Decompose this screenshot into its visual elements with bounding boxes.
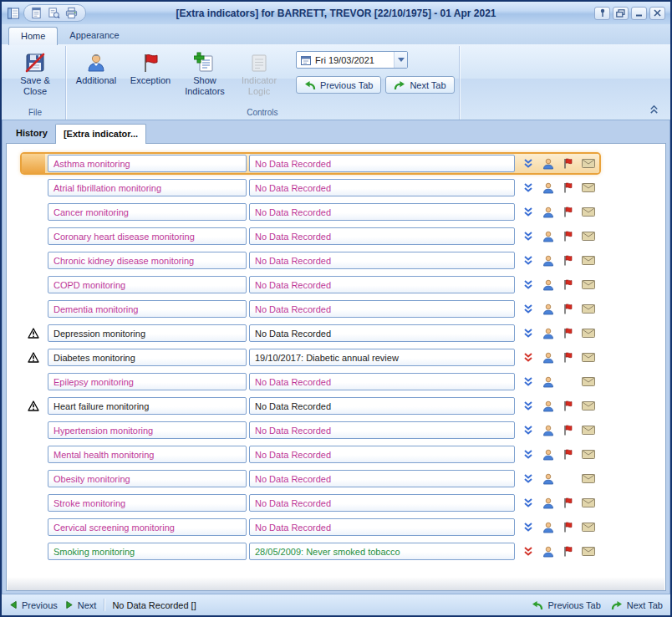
person-icon[interactable] [541, 207, 555, 218]
flag-icon[interactable] [561, 255, 575, 266]
expand-chevron-icon[interactable] [521, 279, 535, 290]
expand-chevron-icon[interactable] [521, 376, 535, 387]
expand-chevron-icon[interactable] [521, 207, 535, 217]
restore-icon[interactable] [613, 7, 629, 20]
previous-button[interactable]: Previous [9, 600, 58, 610]
indicator-value-cell[interactable]: 19/10/2017: Diabetic annual review [249, 349, 515, 366]
indicator-value-cell[interactable]: No Data Recorded [249, 324, 515, 342]
indicator-name-cell[interactable]: Depression monitoring [48, 324, 247, 342]
expand-chevron-icon[interactable] [521, 328, 535, 339]
report-icon[interactable] [30, 7, 43, 19]
mail-icon[interactable] [581, 159, 595, 168]
expand-chevron-icon[interactable] [521, 425, 535, 436]
indicator-value-cell[interactable]: No Data Recorded [249, 203, 515, 221]
indicator-name-cell[interactable]: Epilepsy monitoring [48, 373, 247, 390]
indicator-value-cell[interactable]: No Data Recorded [249, 252, 515, 269]
flag-icon[interactable] [561, 303, 575, 314]
indicator-name-cell[interactable]: Heart failure monitoring [48, 397, 247, 415]
indicator-name-cell[interactable]: Coronary heart disease monitoring [48, 227, 247, 245]
indicator-value-cell[interactable]: No Data Recorded [249, 421, 515, 439]
person-icon[interactable] [541, 158, 555, 170]
flag-icon[interactable] [561, 328, 575, 339]
mail-icon[interactable] [581, 280, 595, 289]
person-icon[interactable] [541, 497, 555, 509]
flag-icon[interactable] [561, 182, 575, 193]
mail-icon[interactable] [581, 474, 595, 483]
indicator-name-cell[interactable]: Hypertension monitoring [48, 421, 247, 439]
indicator-value-cell[interactable]: No Data Recorded [249, 518, 515, 536]
person-icon[interactable] [541, 425, 555, 436]
tab-home[interactable]: Home [8, 27, 58, 45]
indicator-value-cell[interactable]: No Data Recorded [249, 470, 515, 487]
expand-chevron-icon[interactable] [521, 449, 535, 460]
expand-chevron-icon[interactable] [521, 400, 535, 411]
person-icon[interactable] [541, 473, 555, 485]
previous-tab-status-button[interactable]: Previous Tab [532, 600, 600, 610]
mail-icon[interactable] [581, 256, 595, 265]
expand-chevron-icon[interactable] [521, 182, 535, 193]
indicator-name-cell[interactable]: Chronic kidney disease monitoring [48, 252, 247, 269]
indicator-value-cell[interactable]: No Data Recorded [249, 276, 515, 293]
mail-icon[interactable] [581, 232, 595, 241]
person-icon[interactable] [541, 182, 555, 194]
flag-icon[interactable] [561, 279, 575, 290]
indicator-value-cell[interactable]: No Data Recorded [249, 227, 515, 245]
expand-chevron-icon[interactable] [521, 497, 535, 508]
person-icon[interactable] [541, 376, 555, 388]
indicator-name-cell[interactable]: Asthma monitoring [48, 155, 247, 172]
expand-chevron-icon[interactable] [521, 231, 535, 242]
collapse-ribbon-icon[interactable] [645, 102, 662, 115]
exception-button[interactable]: Exception [125, 48, 176, 89]
indicator-name-cell[interactable]: COPD monitoring [48, 276, 247, 293]
person-icon[interactable] [541, 522, 555, 533]
indicator-value-cell[interactable]: No Data Recorded [249, 446, 515, 463]
flag-icon[interactable] [561, 522, 575, 533]
expand-chevron-icon[interactable] [521, 303, 535, 314]
expand-chevron-icon[interactable] [521, 522, 535, 533]
person-icon[interactable] [541, 231, 555, 242]
expand-chevron-icon[interactable] [521, 473, 535, 484]
person-icon[interactable] [541, 255, 555, 267]
mail-icon[interactable] [581, 401, 595, 410]
person-icon[interactable] [541, 328, 555, 339]
indicator-name-cell[interactable]: Stroke monitoring [48, 494, 247, 512]
indicator-name-cell[interactable]: Diabetes monitoring [48, 349, 247, 366]
mail-icon[interactable] [581, 377, 595, 386]
mail-icon[interactable] [581, 426, 595, 435]
mail-icon[interactable] [581, 523, 595, 532]
mail-icon[interactable] [581, 183, 595, 192]
mail-icon[interactable] [581, 207, 595, 217]
indicator-value-cell[interactable]: 28/05/2009: Never smoked tobacco [249, 543, 515, 560]
additional-button[interactable]: Additional [70, 48, 122, 89]
tab-extra-indicator[interactable]: [Extra indicator... [55, 124, 146, 144]
indicator-name-cell[interactable]: Obesity monitoring [48, 470, 247, 487]
tab-history[interactable]: History [8, 124, 55, 143]
flag-icon[interactable] [561, 158, 575, 169]
indicator-value-cell[interactable]: No Data Recorded [249, 373, 515, 390]
minimize-icon[interactable] [631, 7, 647, 20]
flag-icon[interactable] [561, 207, 575, 217]
person-icon[interactable] [541, 546, 555, 558]
indicator-value-cell[interactable]: No Data Recorded [249, 300, 515, 318]
date-picker[interactable]: Fri 19/03/2021 [296, 51, 408, 69]
person-icon[interactable] [541, 352, 555, 364]
expand-chevron-icon[interactable] [521, 255, 535, 266]
mail-icon[interactable] [581, 498, 595, 507]
indicator-name-cell[interactable]: Atrial fibrillation monitoring [48, 179, 247, 196]
indicator-name-cell[interactable]: Smoking monitoring [48, 543, 247, 560]
indicator-value-cell[interactable]: No Data Recorded [249, 179, 515, 196]
next-button[interactable]: Next [65, 600, 97, 610]
mail-icon[interactable] [581, 353, 595, 362]
indicator-value-cell[interactable]: No Data Recorded [249, 494, 515, 512]
person-icon[interactable] [541, 400, 555, 412]
save-close-button[interactable]: Save & Close [9, 48, 61, 99]
mail-icon[interactable] [581, 547, 595, 556]
person-icon[interactable] [541, 279, 555, 291]
mail-icon[interactable] [581, 450, 595, 459]
indicator-value-cell[interactable]: No Data Recorded [249, 397, 515, 415]
expand-chevron-icon[interactable] [521, 158, 535, 169]
indicator-name-cell[interactable]: Mental health monitoring [48, 446, 247, 463]
printer-icon[interactable] [65, 7, 78, 19]
show-indicators-button[interactable]: Show Indicators [179, 48, 231, 99]
flag-icon[interactable] [561, 231, 575, 242]
